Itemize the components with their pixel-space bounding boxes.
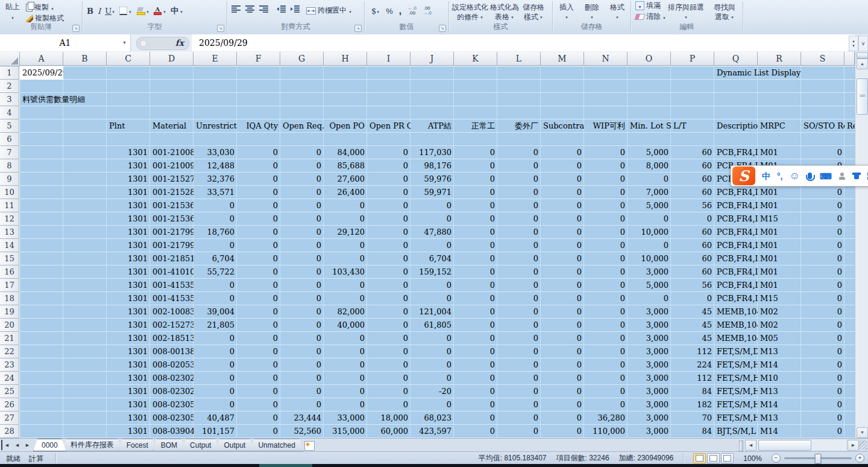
- cell-H25[interactable]: 0: [324, 385, 367, 398]
- cell-R11[interactable]: M01: [758, 199, 801, 212]
- cell-S12[interactable]: 0: [801, 212, 844, 226]
- cell-G26[interactable]: 0: [280, 398, 324, 411]
- cell-J8[interactable]: 98,176: [410, 159, 454, 173]
- cell-R18[interactable]: M15: [758, 292, 801, 305]
- cell-D23[interactable]: 008-02053: [150, 358, 193, 372]
- cell-L13[interactable]: 0: [497, 226, 541, 239]
- cell-N22[interactable]: 0: [584, 345, 627, 358]
- cell-J20[interactable]: 61,805: [410, 319, 454, 332]
- cell-C24[interactable]: 1301: [107, 372, 150, 385]
- cell-I14[interactable]: 0: [367, 239, 410, 252]
- cell-P27[interactable]: 70: [671, 411, 714, 425]
- cell-M23[interactable]: 0: [541, 358, 584, 372]
- cell-F20[interactable]: 0: [237, 319, 280, 332]
- cell-K22[interactable]: 0: [454, 345, 497, 358]
- cell-K20[interactable]: 0: [454, 319, 497, 332]
- column-header-G[interactable]: G: [280, 52, 324, 66]
- cell-D22[interactable]: 008-00138: [150, 345, 193, 358]
- sheet-tab-料件库存报表[interactable]: 料件库存报表: [62, 439, 122, 451]
- cell-Q12[interactable]: PCB,FR4,L: [714, 212, 758, 226]
- cell-D16[interactable]: 001-41010: [150, 265, 193, 279]
- cell-R16[interactable]: M01: [758, 265, 801, 279]
- column-header-B[interactable]: B: [63, 52, 107, 66]
- cell-L8[interactable]: 0: [497, 159, 541, 173]
- cell-F26[interactable]: 0: [237, 398, 280, 411]
- cell-F21[interactable]: 0: [237, 332, 280, 345]
- cell-J28[interactable]: 423,597: [410, 425, 454, 438]
- cell-P24[interactable]: 112: [671, 372, 714, 385]
- phonetic-button[interactable]: 中: [171, 5, 183, 16]
- page-break-view-button[interactable]: [721, 453, 734, 463]
- cell-P25[interactable]: 84: [671, 385, 714, 398]
- cell-M10[interactable]: 0: [541, 186, 584, 199]
- cell-F10[interactable]: 0: [237, 186, 280, 199]
- cell-R19[interactable]: M02: [758, 305, 801, 319]
- cell-O15[interactable]: 10,000: [627, 252, 671, 265]
- name-box[interactable]: A1: [0, 34, 131, 51]
- cell-O8[interactable]: 8,000: [627, 159, 671, 173]
- cell-J19[interactable]: 121,004: [410, 305, 454, 319]
- cell-M5[interactable]: Subcontrac: [541, 119, 584, 133]
- cell-styles-button[interactable]: 儲存格 樣式: [521, 2, 546, 22]
- cell-G17[interactable]: 0: [280, 279, 324, 292]
- scroll-down-icon[interactable]: ▼: [857, 427, 868, 438]
- clipboard-dialog-launcher[interactable]: ↘: [72, 25, 80, 32]
- cell-D20[interactable]: 002-15273: [150, 319, 193, 332]
- cell-E22[interactable]: 0: [193, 345, 237, 358]
- column-header-Q[interactable]: Q: [714, 52, 758, 66]
- cell-E9[interactable]: 32,376: [193, 173, 237, 186]
- cell-F27[interactable]: 0: [237, 411, 280, 425]
- cell-G21[interactable]: 0: [280, 332, 324, 345]
- cell-K23[interactable]: 0: [454, 358, 497, 372]
- cell-I20[interactable]: 0: [367, 319, 410, 332]
- cell-D14[interactable]: 001-21799: [150, 239, 193, 252]
- cell-Q26[interactable]: FET,S/M,H: [714, 398, 758, 411]
- cell-I10[interactable]: 0: [367, 186, 410, 199]
- cell-I13[interactable]: 0: [367, 226, 410, 239]
- user-icon[interactable]: [838, 173, 846, 180]
- row-header-4[interactable]: 4: [0, 106, 19, 119]
- cell-D21[interactable]: 002-18513: [150, 332, 193, 345]
- cell-D8[interactable]: 001-21009: [150, 159, 193, 173]
- cell-Q18[interactable]: PCB,FR4,L: [714, 292, 758, 305]
- cell-K5[interactable]: 正常工: [454, 119, 497, 133]
- cell-E26[interactable]: 0: [193, 398, 237, 411]
- cell-J16[interactable]: 159,152: [410, 265, 454, 279]
- cell-Q14[interactable]: PCB,FR4,L: [714, 239, 758, 252]
- zoom-out-button[interactable]: −: [772, 454, 781, 463]
- cell-H16[interactable]: 103,430: [324, 265, 367, 279]
- cell-M7[interactable]: 0: [541, 146, 584, 159]
- cell-N21[interactable]: 0: [584, 332, 627, 345]
- cell-I11[interactable]: 0: [367, 199, 410, 212]
- cell-E8[interactable]: 12,488: [193, 159, 237, 173]
- cell-F25[interactable]: 0: [237, 385, 280, 398]
- cell-H18[interactable]: 0: [324, 292, 367, 305]
- cell-C17[interactable]: 1301: [107, 279, 150, 292]
- cell-O19[interactable]: 3,000: [627, 305, 671, 319]
- cell-D9[interactable]: 001-21527: [150, 173, 193, 186]
- cell-G27[interactable]: 23,444: [280, 411, 324, 425]
- row-header-24[interactable]: 24: [0, 372, 19, 385]
- cell-M19[interactable]: 0: [541, 305, 584, 319]
- cell-E11[interactable]: 0: [193, 199, 237, 212]
- column-header-I[interactable]: I: [367, 52, 410, 66]
- cell-E24[interactable]: 0: [193, 372, 237, 385]
- row-header-28[interactable]: 28: [0, 425, 19, 438]
- cell-L28[interactable]: 0: [497, 425, 541, 438]
- column-header-L[interactable]: L: [497, 52, 541, 66]
- row-header-13[interactable]: 13: [0, 226, 19, 239]
- cell-I8[interactable]: 0: [367, 159, 410, 173]
- cell-O23[interactable]: 3,000: [627, 358, 671, 372]
- cell-S27[interactable]: 0: [801, 411, 844, 425]
- cell-O10[interactable]: 7,000: [627, 186, 671, 199]
- row-header-3[interactable]: 3: [0, 93, 19, 106]
- cell-N18[interactable]: 0: [584, 292, 627, 305]
- comma-format-button[interactable]: ,: [399, 5, 401, 16]
- cell-J24[interactable]: 0: [410, 372, 454, 385]
- cell-F8[interactable]: 0: [237, 159, 280, 173]
- align-right-icon[interactable]: [259, 5, 268, 13]
- increase-indent-icon[interactable]: [291, 5, 300, 13]
- cell-M21[interactable]: 0: [541, 332, 584, 345]
- cell-P12[interactable]: 0: [671, 212, 714, 226]
- column-header-K[interactable]: K: [454, 52, 497, 66]
